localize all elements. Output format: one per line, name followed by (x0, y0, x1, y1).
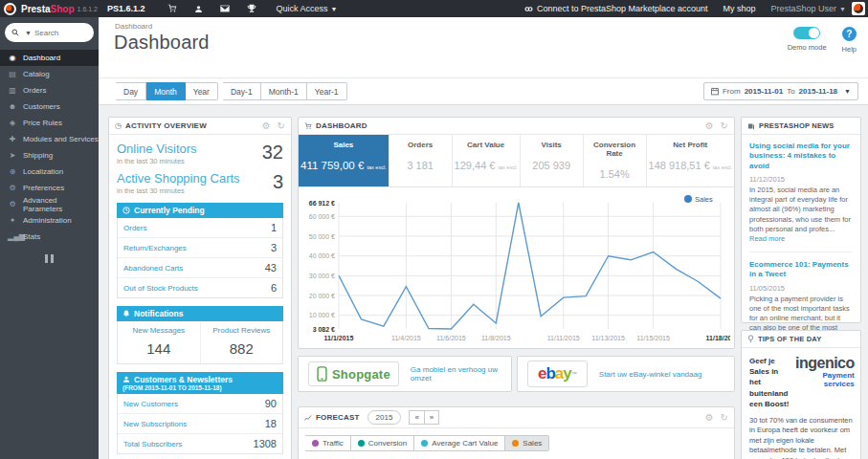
collapse-menu-button[interactable] (44, 254, 56, 263)
search-type-caret-icon[interactable]: ▼ (25, 30, 32, 36)
sidebar-item-localization[interactable]: ⊕ Localization (0, 164, 99, 180)
customers-row-link[interactable]: New Customers (123, 400, 178, 408)
sidebar-item-preferences[interactable]: ⚙ Preferences (0, 180, 99, 196)
cart-icon[interactable] (167, 4, 177, 13)
messages-icon[interactable] (220, 5, 230, 12)
search-input[interactable] (34, 29, 86, 37)
user-menu[interactable]: PrestaShop User▼ (771, 4, 846, 13)
news-icon (747, 122, 755, 130)
legend-label: Traffic (323, 439, 344, 448)
date-range-picker[interactable]: From2015-11-01 To2015-11-18 ▼ (703, 82, 858, 100)
prestashop-news-panel: PRESTASHOP NEWS Using social media for y… (741, 117, 861, 323)
help-icon[interactable]: ? (842, 27, 857, 41)
read-more-link[interactable]: Read more (749, 234, 785, 243)
forecast-legend-button-sales[interactable]: Sales (505, 435, 549, 451)
sidebar-item-modules-and-services[interactable]: ✚ Modules and Services (0, 131, 99, 147)
range-button-day[interactable]: Day (116, 82, 146, 100)
forecast-legend-button-average-cart-value[interactable]: Average Cart Value (414, 435, 505, 451)
trophy-icon[interactable] (247, 4, 256, 13)
ebay-link[interactable]: Start uw eBay-winkel vandaag (599, 370, 702, 379)
page-header: Dashboard Dashboard Demo mode ? Help (99, 17, 868, 77)
activity-overview-panel: ◷ ACTIVITY OVERVIEW ⚙↻ Online Visitors i… (108, 117, 292, 459)
sidebar-item-price-rules[interactable]: ◈ Price Rules (0, 115, 99, 131)
sidebar-item-catalog[interactable]: ▤ Catalog (0, 66, 99, 82)
user-avatar[interactable] (852, 2, 865, 15)
panel-refresh-icon[interactable]: ↻ (721, 121, 728, 131)
online-visitors-link[interactable]: Online Visitors (117, 142, 197, 156)
panel-refresh-icon[interactable]: ↻ (278, 121, 285, 131)
sidebar-item-shipping[interactable]: ➤ Shipping (0, 147, 99, 164)
demo-mode-toggle[interactable] (793, 27, 820, 39)
ebay-banner: ebay™ Start uw eBay-winkel vandaag (517, 356, 735, 392)
lightbulb-icon (747, 335, 754, 343)
sales-line-chart[interactable]: 66 912 €3 082 €60 000 €50 000 €40 000 €3… (300, 191, 730, 344)
help-control: ? Help (842, 27, 857, 54)
panel-settings-icon[interactable]: ⚙ (262, 121, 271, 131)
metric-tile-conversion-rate[interactable]: Conversion Rate 1.54% (584, 135, 647, 186)
forecast-prev-button[interactable]: « (409, 410, 424, 425)
range-button-year-1[interactable]: Year-1 (307, 82, 347, 100)
sidebar-item-icon: ➤ (8, 152, 17, 160)
pending-row-link[interactable]: Orders (123, 224, 146, 232)
metric-tile-cart-value[interactable]: Cart Value 129,44 € tax excl. (453, 135, 521, 186)
customers-row-link[interactable]: New Subscriptions (123, 420, 187, 428)
forecast-legend-button-conversion[interactable]: Conversion (351, 435, 414, 451)
pending-row-link[interactable]: Out of Stock Products (123, 284, 198, 293)
panel-refresh-icon[interactable]: ↻ (721, 413, 728, 423)
panel-title: FORECAST (316, 413, 360, 422)
news-article-title[interactable]: Using social media for your business: 4 … (749, 142, 853, 171)
news-article-title[interactable]: Ecommerce 101: Payments in a Tweet (749, 260, 853, 280)
metric-tile-net-profit[interactable]: Net Profit 148 918,51 € tax excl. (647, 135, 734, 186)
metric-tile-orders[interactable]: Orders 3 181 (389, 135, 453, 186)
sidebar-item-label: Preferences (23, 184, 64, 192)
sidebar-item-stats[interactable]: ▂▄▆ Stats (0, 229, 99, 245)
customers-row-link[interactable]: Total Subscribers (123, 440, 182, 448)
panel-settings-icon[interactable]: ⚙ (705, 413, 714, 423)
pending-row-value: 3 (271, 242, 277, 253)
range-group-previous: Day-1Month-1Year-1 (223, 82, 347, 100)
pending-row-link[interactable]: Return/Exchanges (123, 244, 187, 252)
forecast-legend: Traffic Conversion Average Cart Value (299, 428, 734, 451)
svg-text:11/15/2015: 11/15/2015 (636, 335, 670, 341)
forecast-year[interactable]: 2015 (367, 410, 402, 425)
range-button-year[interactable]: Year (186, 82, 218, 100)
quick-access-menu[interactable]: Quick Access▼ (277, 4, 338, 13)
metric-tile-sales[interactable]: Sales 411 759,00 € tax excl. (299, 135, 389, 186)
active-carts-link[interactable]: Active Shopping Carts (117, 171, 240, 186)
notifications-cells: New Messages 144 Product Reviews 882 (117, 321, 283, 364)
sidebar-item-advanced-parameters[interactable]: ⚙ Advanced Parameters (0, 196, 99, 212)
sidebar-item-orders[interactable]: ▥ Orders (0, 82, 99, 98)
notification-link[interactable]: New Messages (120, 326, 198, 335)
demo-mode-control: Demo mode (788, 27, 827, 54)
bell-icon (122, 310, 130, 317)
forecast-next-button[interactable]: » (425, 410, 439, 425)
notification-cell-new-messages: New Messages 144 (118, 321, 200, 363)
sidebar-item-label: Catalog (23, 70, 50, 78)
shop-name[interactable]: PS1.6.1.2 (107, 4, 145, 13)
range-button-month-1[interactable]: Month-1 (261, 82, 307, 100)
forecast-legend-button-traffic[interactable]: Traffic (305, 435, 351, 451)
sidebar-item-customers[interactable]: ☻ Customers (0, 98, 99, 115)
marketplace-link[interactable]: Connect to PrestaShop Marketplace accoun… (524, 4, 708, 13)
sidebar-item-administration[interactable]: ✦ Administration (0, 212, 99, 229)
my-shop-link[interactable]: My shop (723, 4, 756, 13)
notification-link[interactable]: Product Reviews (203, 326, 281, 335)
pending-row-link[interactable]: Abandoned Carts (123, 264, 183, 273)
shopgate-link[interactable]: Ga mobiel en verhoog uw omzet (411, 365, 501, 382)
pending-row-returns: Return/Exchanges 3 (118, 238, 282, 258)
svg-text:11/1/2015: 11/1/2015 (324, 335, 354, 341)
metric-tile-visits[interactable]: Visits 205 939 (521, 135, 584, 186)
forecast-panel: FORECAST 2015 « » ⚙↻ Traffic (298, 406, 735, 459)
range-button-month[interactable]: Month (146, 82, 186, 100)
panel-settings-icon[interactable]: ⚙ (705, 121, 714, 131)
sidebar-item-dashboard[interactable]: ◉ Dashboard (0, 50, 99, 66)
sidebar-item-icon: ◈ (8, 120, 17, 127)
profile-icon[interactable] (194, 5, 203, 13)
dashboard-content: ◷ ACTIVITY OVERVIEW ⚙↻ Online Visitors i… (99, 105, 868, 459)
online-visitors-value: 32 (262, 142, 283, 164)
dashboard-cart-icon (304, 122, 312, 130)
legend-dot-icon (312, 440, 319, 447)
range-button-day-1[interactable]: Day-1 (223, 82, 261, 100)
search-box[interactable]: ▼ (5, 23, 94, 42)
date-toolbar: DayMonthYear Day-1Month-1Year-1 From2015… (99, 77, 868, 105)
